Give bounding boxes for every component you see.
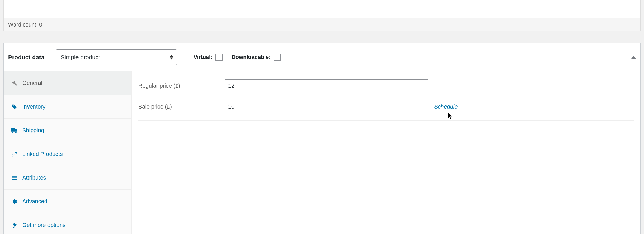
tab-advanced[interactable]: Advanced — [4, 190, 131, 213]
sale-price-input[interactable] — [225, 100, 428, 113]
svg-marker-1 — [170, 57, 173, 59]
schedule-link[interactable]: Schedule — [434, 103, 458, 110]
product-data-metabox: Product data — Simple product Virtual: D… — [3, 43, 641, 234]
tab-label: Shipping — [22, 127, 44, 134]
product-type-select-value: Simple product — [61, 54, 100, 61]
downloadable-checkbox-group: Downloadable: — [232, 54, 281, 61]
wrench-icon — [11, 80, 18, 86]
sale-price-label: Sale price (£) — [138, 103, 225, 110]
virtual-checkbox-group: Virtual: — [194, 54, 223, 61]
tab-label: Inventory — [22, 103, 45, 110]
regular-price-row: Regular price (£) — [138, 75, 634, 96]
tab-inventory[interactable]: Inventory — [4, 95, 131, 119]
virtual-checkbox[interactable] — [215, 54, 223, 61]
tab-label: Attributes — [22, 175, 46, 181]
svg-marker-0 — [170, 55, 173, 57]
plug-icon — [11, 222, 18, 228]
downloadable-checkbox[interactable] — [274, 54, 281, 61]
gear-icon — [11, 199, 18, 204]
product-data-tabs: General Inventory Shipping — [4, 71, 132, 234]
svg-marker-2 — [631, 56, 636, 59]
tab-general[interactable]: General — [4, 71, 131, 95]
regular-price-label: Regular price (£) — [138, 83, 225, 89]
editor-statusbar: Word count: 0 — [3, 18, 641, 31]
svg-rect-4 — [12, 177, 17, 178]
product-type-select[interactable]: Simple product — [56, 49, 177, 65]
tab-label: General — [22, 80, 42, 86]
metabox-toggle-button[interactable] — [630, 53, 638, 61]
triangle-up-icon — [631, 56, 636, 59]
product-data-header: Product data — Simple product Virtual: D… — [4, 43, 640, 71]
downloadable-label: Downloadable: — [232, 54, 271, 60]
general-panel: Regular price (£) Sale price (£) Schedul… — [132, 71, 640, 234]
tab-attributes[interactable]: Attributes — [4, 166, 131, 190]
tab-shipping[interactable]: Shipping — [4, 119, 131, 142]
truck-icon — [11, 128, 18, 133]
product-data-body: General Inventory Shipping — [4, 71, 640, 234]
link-icon — [11, 151, 18, 157]
svg-rect-5 — [12, 179, 17, 180]
tab-label: Advanced — [22, 198, 47, 205]
editor-content-area[interactable] — [3, 0, 641, 18]
tab-get-more-options[interactable]: Get more options — [4, 213, 131, 234]
tab-linked-products[interactable]: Linked Products — [4, 142, 131, 166]
panel-divider — [138, 120, 634, 121]
select-arrows-icon — [170, 55, 173, 60]
product-data-title: Product data — — [8, 54, 52, 61]
svg-rect-3 — [12, 176, 17, 176]
sale-price-row: Sale price (£) Schedule — [138, 96, 634, 117]
word-count-label: Word count: 0 — [8, 21, 42, 28]
header-separator — [187, 52, 187, 63]
list-icon — [11, 175, 18, 180]
tab-label: Get more options — [22, 222, 65, 228]
tab-label: Linked Products — [22, 151, 63, 157]
tag-icon — [11, 104, 18, 110]
regular-price-input[interactable] — [225, 79, 428, 92]
virtual-label: Virtual: — [194, 54, 212, 60]
